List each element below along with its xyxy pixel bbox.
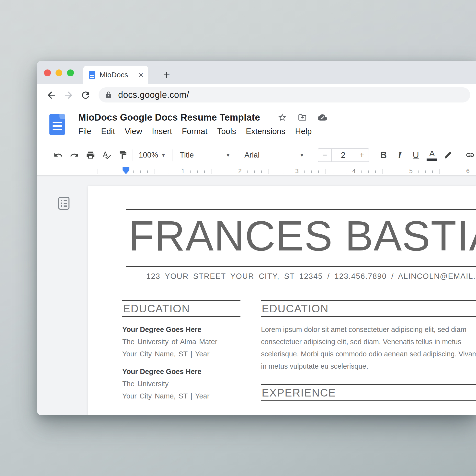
move-folder-icon[interactable] [298, 113, 307, 122]
menu-insert[interactable]: Insert [152, 127, 172, 136]
name-top-rule [126, 209, 476, 210]
font-size-value[interactable]: 2 [332, 149, 355, 161]
underline-button[interactable]: U [408, 148, 424, 162]
ruler-tick [283, 170, 283, 173]
ruler-tick [140, 170, 141, 173]
left-column: EDUCATION Your Degree Goes Here The Univ… [122, 300, 240, 402]
menu-bar: File Edit View Insert Format Tools Exten… [78, 127, 312, 136]
ruler-tick [190, 170, 190, 173]
ruler-tick [368, 170, 369, 173]
ruler-tick [390, 170, 390, 173]
ruler-tick [162, 170, 162, 173]
chevron-down-icon: ▾ [227, 152, 230, 158]
document-title[interactable]: MioDocs Google Docs Resume Template [78, 112, 260, 123]
bold-button[interactable]: B [375, 148, 391, 162]
left-indent-marker[interactable] [122, 170, 129, 174]
ruler-tick [461, 170, 461, 173]
docs-app-icon[interactable] [50, 114, 65, 135]
menu-file[interactable]: File [78, 127, 91, 136]
docs-toolbar: 100% ▾ Title ▾ Arial ▾ − 2 + B I U A [37, 143, 476, 167]
ruler: 123456 [37, 167, 476, 175]
minimize-window-button[interactable] [55, 69, 62, 76]
ruler-tick [454, 170, 454, 173]
name-bottom-rule [126, 266, 476, 267]
back-icon[interactable] [46, 90, 57, 101]
url-text: docs.google.com/ [118, 90, 189, 100]
forward-icon[interactable] [63, 90, 74, 101]
ruler-tick [105, 170, 105, 173]
ruler-number: 3 [295, 168, 299, 175]
ruler-number: 4 [352, 168, 356, 175]
section-heading-education-right: EDUCATION [261, 300, 476, 317]
redo-button[interactable] [68, 148, 80, 162]
menu-help[interactable]: Help [295, 127, 312, 136]
italic-button[interactable]: I [391, 148, 408, 162]
ruler-tick [154, 169, 155, 174]
ruler-tick [133, 170, 134, 173]
resume-name: FRANCES BASTIAN [128, 215, 476, 257]
paint-format-button[interactable] [117, 148, 129, 162]
close-window-button[interactable] [44, 69, 51, 76]
ruler-tick [383, 169, 383, 174]
ruler-number: 2 [238, 168, 242, 175]
first-line-indent-marker[interactable] [122, 167, 129, 170]
ruler-tick [261, 170, 262, 173]
menu-edit[interactable]: Edit [101, 127, 115, 136]
ruler-number: 6 [466, 168, 470, 175]
ruler-tick [226, 170, 226, 173]
reload-icon[interactable] [80, 90, 91, 101]
toolbar-separator [133, 150, 133, 161]
ruler-tick [176, 170, 176, 173]
chevron-down-icon: ▾ [300, 152, 303, 158]
zoom-window-button[interactable] [67, 69, 74, 76]
menu-tools[interactable]: Tools [217, 127, 236, 136]
zoom-select[interactable]: 100% ▾ [139, 151, 165, 159]
new-tab-button[interactable]: + [158, 67, 175, 83]
document-page[interactable]: FRANCES BASTIAN 123 YOUR STREET YOUR CIT… [88, 186, 476, 415]
ruler-tick [425, 170, 425, 173]
menu-format[interactable]: Format [182, 127, 208, 136]
menu-extensions[interactable]: Extensions [246, 127, 285, 136]
show-outline-icon[interactable] [58, 197, 69, 210]
increase-font-size-button[interactable]: + [355, 149, 369, 161]
undo-button[interactable] [52, 148, 64, 162]
font-size-stepper: − 2 + [318, 148, 369, 162]
text-color-button[interactable]: A [424, 148, 440, 162]
highlight-color-button[interactable] [440, 148, 456, 162]
contact-line: 123 YOUR STREET YOUR CITY, ST 12345 / 12… [146, 272, 476, 281]
toolbar-separator [237, 150, 237, 161]
insert-link-button[interactable] [464, 148, 476, 162]
right-column: EDUCATION Lorem ipsum dolor sit amet con… [261, 300, 476, 401]
cloud-saved-icon[interactable] [318, 113, 327, 122]
education-paragraph: Lorem ipsum dolor sit amet consectetuer … [261, 323, 476, 372]
browser-tab[interactable]: MioDocs × [83, 66, 148, 84]
ruler-tick [119, 170, 119, 173]
ruler-tick [447, 170, 447, 173]
ruler-tick [112, 170, 112, 173]
chevron-down-icon: ▾ [162, 152, 165, 158]
ruler-tick [397, 170, 397, 173]
font-select[interactable]: Arial ▾ [244, 151, 303, 159]
ruler-tick [276, 170, 276, 173]
tab-strip: MioDocs × + [37, 61, 476, 84]
ruler-tick [340, 170, 340, 173]
ruler-tick [219, 170, 219, 173]
ruler-tick [233, 170, 233, 173]
toolbar-separator [311, 150, 311, 161]
ruler-tick [169, 170, 169, 173]
ruler-tick [212, 169, 212, 174]
section-heading-education-left: EDUCATION [122, 300, 240, 317]
decrease-font-size-button[interactable]: − [318, 149, 332, 161]
desktop: { "colors": { "docs_blue": "#4285f4", "t… [0, 0, 476, 476]
spellcheck-button[interactable] [101, 148, 113, 162]
print-button[interactable] [85, 148, 96, 162]
ruler-tick [432, 170, 433, 173]
tab-close-icon[interactable]: × [138, 71, 143, 79]
star-icon[interactable] [278, 113, 287, 122]
paragraph-style-select[interactable]: Title ▾ [180, 151, 229, 159]
address-bar[interactable]: docs.google.com/ [99, 87, 470, 102]
ruler-tick [98, 169, 98, 174]
ruler-tick [247, 170, 248, 173]
menu-view[interactable]: View [125, 127, 142, 136]
ruler-tick [418, 170, 419, 173]
